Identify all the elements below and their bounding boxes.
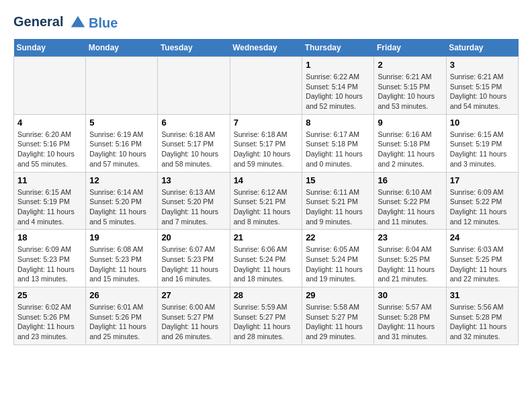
day-info: Sunrise: 6:08 AM Sunset: 5:23 PM Dayligh… [89,244,154,284]
day-number: 12 [89,175,154,185]
day-info: Sunrise: 6:14 AM Sunset: 5:20 PM Dayligh… [89,187,154,227]
day-number: 1 [306,60,370,70]
day-number: 27 [161,290,226,300]
column-header-sunday: Sunday [14,39,86,57]
day-number: 25 [17,290,82,300]
day-number: 16 [378,175,442,185]
day-info: Sunrise: 6:22 AM Sunset: 5:14 PM Dayligh… [306,72,370,111]
column-header-friday: Friday [374,39,446,57]
page-header: General Blue [13,13,519,32]
calendar-cell: 9Sunrise: 6:16 AM Sunset: 5:18 PM Daylig… [374,114,446,172]
day-info: Sunrise: 6:09 AM Sunset: 5:22 PM Dayligh… [450,187,515,227]
calendar-cell: 24Sunrise: 6:03 AM Sunset: 5:25 PM Dayli… [446,230,518,287]
logo-text: General [13,14,63,29]
calendar-cell: 25Sunrise: 6:02 AM Sunset: 5:26 PM Dayli… [14,287,86,345]
day-info: Sunrise: 6:17 AM Sunset: 5:18 PM Dayligh… [306,130,370,169]
day-number: 3 [450,60,515,70]
day-number: 10 [450,118,515,128]
calendar-cell: 3Sunrise: 6:21 AM Sunset: 5:15 PM Daylig… [446,57,518,115]
svg-marker-0 [71,16,85,28]
calendar-cell: 27Sunrise: 6:00 AM Sunset: 5:27 PM Dayli… [158,287,230,345]
day-info: Sunrise: 6:18 AM Sunset: 5:17 PM Dayligh… [234,130,299,169]
calendar-cell: 14Sunrise: 6:12 AM Sunset: 5:21 PM Dayli… [230,172,302,230]
day-info: Sunrise: 5:56 AM Sunset: 5:28 PM Dayligh… [450,302,515,342]
week-row-1: 1Sunrise: 6:22 AM Sunset: 5:14 PM Daylig… [14,57,519,115]
calendar-cell: 15Sunrise: 6:11 AM Sunset: 5:21 PM Dayli… [302,172,374,230]
week-row-2: 4Sunrise: 6:20 AM Sunset: 5:16 PM Daylig… [14,114,519,172]
calendar-cell: 18Sunrise: 6:09 AM Sunset: 5:23 PM Dayli… [14,230,86,287]
day-number: 5 [89,118,154,128]
logo-blue: Blue [89,15,118,31]
calendar-cell: 11Sunrise: 6:15 AM Sunset: 5:19 PM Dayli… [14,172,86,230]
column-header-saturday: Saturday [446,39,518,57]
day-info: Sunrise: 5:59 AM Sunset: 5:27 PM Dayligh… [234,302,299,342]
week-row-5: 25Sunrise: 6:02 AM Sunset: 5:26 PM Dayli… [14,287,519,345]
calendar-cell: 29Sunrise: 5:58 AM Sunset: 5:27 PM Dayli… [302,287,374,345]
day-info: Sunrise: 6:19 AM Sunset: 5:16 PM Dayligh… [89,130,154,169]
day-info: Sunrise: 6:03 AM Sunset: 5:25 PM Dayligh… [450,244,515,284]
day-info: Sunrise: 6:01 AM Sunset: 5:26 PM Dayligh… [89,302,154,342]
day-info: Sunrise: 6:21 AM Sunset: 5:15 PM Dayligh… [378,72,442,111]
calendar-cell [158,57,230,115]
day-number: 2 [378,60,442,70]
calendar-cell: 23Sunrise: 6:04 AM Sunset: 5:25 PM Dayli… [374,230,446,287]
day-number: 6 [161,118,226,128]
day-number: 14 [234,175,299,185]
day-info: Sunrise: 6:15 AM Sunset: 5:19 PM Dayligh… [17,187,82,227]
calendar-cell: 7Sunrise: 6:18 AM Sunset: 5:17 PM Daylig… [230,114,302,172]
day-info: Sunrise: 6:11 AM Sunset: 5:21 PM Dayligh… [306,187,370,227]
calendar-cell: 6Sunrise: 6:18 AM Sunset: 5:17 PM Daylig… [158,114,230,172]
day-info: Sunrise: 6:04 AM Sunset: 5:25 PM Dayligh… [378,244,442,284]
day-info: Sunrise: 6:05 AM Sunset: 5:24 PM Dayligh… [306,244,370,284]
column-header-wednesday: Wednesday [230,39,302,57]
day-info: Sunrise: 6:06 AM Sunset: 5:24 PM Dayligh… [234,244,299,284]
day-number: 4 [17,118,82,128]
calendar-cell [86,57,158,115]
day-info: Sunrise: 6:20 AM Sunset: 5:16 PM Dayligh… [17,130,82,169]
day-number: 24 [450,232,515,242]
day-number: 17 [450,175,515,185]
calendar-cell: 2Sunrise: 6:21 AM Sunset: 5:15 PM Daylig… [374,57,446,115]
calendar-cell: 26Sunrise: 6:01 AM Sunset: 5:26 PM Dayli… [86,287,158,345]
calendar-cell: 19Sunrise: 6:08 AM Sunset: 5:23 PM Dayli… [86,230,158,287]
day-number: 11 [17,175,82,185]
calendar-cell: 5Sunrise: 6:19 AM Sunset: 5:16 PM Daylig… [86,114,158,172]
calendar-cell [14,57,86,115]
day-info: Sunrise: 6:16 AM Sunset: 5:18 PM Dayligh… [378,130,442,169]
day-number: 20 [161,232,226,242]
calendar-cell: 21Sunrise: 6:06 AM Sunset: 5:24 PM Dayli… [230,230,302,287]
day-info: Sunrise: 6:10 AM Sunset: 5:22 PM Dayligh… [378,187,442,227]
day-info: Sunrise: 6:00 AM Sunset: 5:27 PM Dayligh… [161,302,226,342]
calendar-cell: 10Sunrise: 6:15 AM Sunset: 5:19 PM Dayli… [446,114,518,172]
day-number: 15 [306,175,370,185]
day-number: 29 [306,290,370,300]
day-info: Sunrise: 6:02 AM Sunset: 5:26 PM Dayligh… [17,302,82,342]
calendar-cell: 12Sunrise: 6:14 AM Sunset: 5:20 PM Dayli… [86,172,158,230]
day-number: 19 [89,232,154,242]
day-number: 21 [234,232,299,242]
calendar-cell: 30Sunrise: 5:57 AM Sunset: 5:28 PM Dayli… [374,287,446,345]
calendar-cell: 8Sunrise: 6:17 AM Sunset: 5:18 PM Daylig… [302,114,374,172]
day-number: 18 [17,232,82,242]
week-row-4: 18Sunrise: 6:09 AM Sunset: 5:23 PM Dayli… [14,230,519,287]
column-header-thursday: Thursday [302,39,374,57]
calendar-cell: 17Sunrise: 6:09 AM Sunset: 5:22 PM Dayli… [446,172,518,230]
day-info: Sunrise: 6:21 AM Sunset: 5:15 PM Dayligh… [450,72,515,111]
day-info: Sunrise: 6:18 AM Sunset: 5:17 PM Dayligh… [161,130,226,169]
day-info: Sunrise: 6:15 AM Sunset: 5:19 PM Dayligh… [450,130,515,169]
calendar-cell: 1Sunrise: 6:22 AM Sunset: 5:14 PM Daylig… [302,57,374,115]
calendar-cell: 4Sunrise: 6:20 AM Sunset: 5:16 PM Daylig… [14,114,86,172]
calendar-table: SundayMondayTuesdayWednesdayThursdayFrid… [13,39,519,345]
calendar-cell: 16Sunrise: 6:10 AM Sunset: 5:22 PM Dayli… [374,172,446,230]
day-number: 31 [450,290,515,300]
day-number: 13 [161,175,226,185]
day-number: 28 [234,290,299,300]
column-header-monday: Monday [86,39,158,57]
day-info: Sunrise: 5:58 AM Sunset: 5:27 PM Dayligh… [306,302,370,342]
day-info: Sunrise: 6:12 AM Sunset: 5:21 PM Dayligh… [234,187,299,227]
calendar-cell: 13Sunrise: 6:13 AM Sunset: 5:20 PM Dayli… [158,172,230,230]
calendar-cell: 28Sunrise: 5:59 AM Sunset: 5:27 PM Dayli… [230,287,302,345]
column-header-tuesday: Tuesday [158,39,230,57]
day-info: Sunrise: 6:09 AM Sunset: 5:23 PM Dayligh… [17,244,82,284]
calendar-cell: 20Sunrise: 6:07 AM Sunset: 5:23 PM Dayli… [158,230,230,287]
